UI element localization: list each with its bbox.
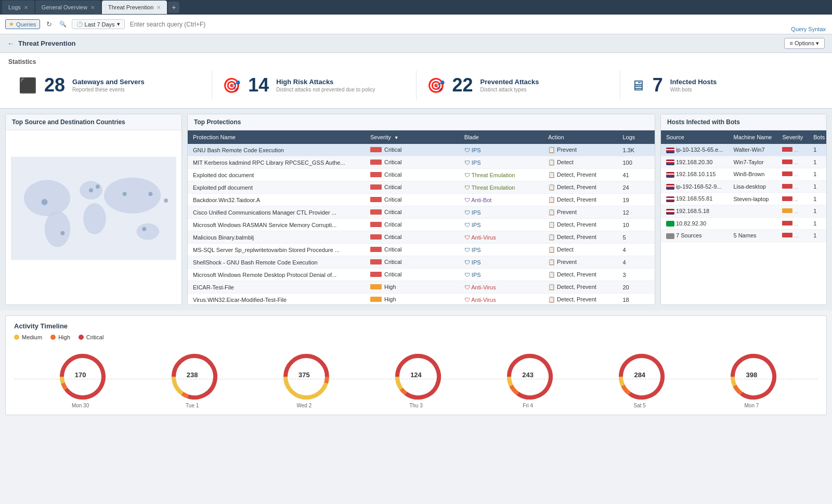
table-row[interactable]: Microsoft Windows Remote Desktop Protoco… (188, 269, 655, 281)
bots-col-bots[interactable]: Bots (808, 130, 826, 144)
sort-indicator (449, 231, 459, 244)
list-item[interactable]: 192.168.5.18 ... 1 (661, 205, 826, 217)
col-action[interactable]: Action (543, 130, 617, 144)
protection-name: Backdoor.Win32.Taidoor.A (188, 194, 365, 206)
severity-bar-rect (370, 222, 382, 227)
timeline-day-item[interactable]: 398 Mon 7 (731, 354, 772, 408)
table-row[interactable]: ShellShock - GNU Bash Remote Code Execut… (188, 256, 655, 269)
tab-logs-close[interactable]: ✕ (24, 5, 28, 10)
protection-severity: Critical (365, 244, 449, 256)
action-icon: 📋 (548, 209, 555, 215)
back-button[interactable]: ← (7, 39, 14, 47)
donut-value: 375 (298, 371, 310, 379)
donut-chart: 238 (172, 354, 213, 395)
svg-point-1 (24, 180, 70, 216)
protection-severity: Critical (365, 169, 449, 181)
col-severity[interactable]: Severity ▼ (365, 130, 449, 144)
bots-table: Source Machine Name Severity Bots ip-10-… (661, 130, 826, 242)
timeline-day-item[interactable]: 375 Wed 2 (283, 354, 325, 408)
timeline-day-item[interactable]: 284 Sat 5 (619, 354, 660, 408)
high-label: High (58, 334, 70, 340)
time-filter-label: Last 7 Days (85, 21, 115, 28)
list-item[interactable]: 192.168.20.30 Win7-Taylor ... 1 (661, 156, 826, 168)
blade-cell: 🛡 Anti-Bot (459, 194, 543, 206)
tab-threat-close[interactable]: ✕ (157, 5, 161, 10)
list-item[interactable]: ip-192-168-52-9... Lisa-desktop ... 1 (661, 180, 826, 193)
prevented-label: Prevented Attacks (480, 78, 539, 86)
table-row[interactable]: Backdoor.Win32.Taidoor.A Critical 🛡 Anti… (188, 194, 655, 206)
bot-machine: Lisa-desktop (729, 180, 777, 193)
timeline-day-item[interactable]: 243 Fri 4 (507, 354, 549, 408)
new-tab-button[interactable]: + (168, 2, 179, 13)
donut-value: 243 (522, 371, 534, 379)
col-blade[interactable]: Blade (459, 130, 543, 144)
action-cell: 📋 Prevent (543, 206, 617, 219)
queries-button[interactable]: ★ Queries (5, 19, 40, 29)
table-row[interactable]: Microsoft Windows RASMAN Service Memory … (188, 219, 655, 231)
blade-icon: 🛡 IPS (464, 272, 481, 278)
action-cell: 📋 Detect, Prevent (543, 219, 617, 231)
bots-col-source[interactable]: Source (661, 130, 729, 144)
day-label: Wed 2 (296, 403, 311, 408)
logs-cell: 20 (617, 281, 655, 294)
severity-text: High (384, 296, 396, 302)
tab-logs[interactable]: Logs ✕ (2, 1, 34, 14)
timeline-day-item[interactable]: 238 Tue 1 (172, 354, 213, 408)
table-row[interactable]: MS-SQL Server Sp_replwritetovarbin Store… (188, 244, 655, 256)
bots-table-wrapper[interactable]: Source Machine Name Severity Bots ip-10-… (661, 130, 826, 242)
main-content: Top Source and Destination Countries (0, 109, 832, 310)
list-item[interactable]: 7 Sources 5 Names ... 1 (661, 230, 826, 242)
search-input[interactable] (130, 21, 822, 28)
gateways-label: Gateways and Servers (72, 78, 145, 86)
list-item[interactable]: 10.82.92.30 ... 1 (661, 217, 826, 230)
bot-source: ip-10-132-5-65.e... (661, 144, 729, 156)
table-row[interactable]: MIT Kerberos kadmind RPC Library RPCSEC_… (188, 156, 655, 169)
table-row[interactable]: Virus.WIN32.Eicar-Modified-Test-File Hig… (188, 294, 655, 305)
logs-cell: 12 (617, 206, 655, 219)
bots-col-machine[interactable]: Machine Name (729, 130, 777, 144)
list-item[interactable]: ip-10-132-5-65.e... Walter-Win7 ... 1 (661, 144, 826, 156)
protections-table-wrapper[interactable]: Protection Name Severity ▼ Blade Action … (188, 130, 655, 304)
chevron-down-icon: ▾ (117, 21, 120, 28)
bots-title: Hosts Infected with Bots (661, 114, 826, 130)
severity-text: Critical (384, 246, 402, 253)
table-row[interactable]: GNU Bash Remote Code Execution Critical … (188, 144, 655, 156)
table-row[interactable]: Malicious Binary.balmblj Critical 🛡 Anti… (188, 231, 655, 244)
target-icon-1: 🎯 (223, 77, 241, 94)
refresh-button[interactable]: ↻ (44, 19, 54, 29)
time-filter-button[interactable]: 🕐 Last 7 Days ▾ (72, 19, 125, 29)
logs-cell: 24 (617, 181, 655, 194)
action-icon: 📋 (548, 221, 555, 228)
blade-icon: 🛡 Anti-Bot (464, 197, 492, 203)
blade-icon: 🛡 IPS (464, 160, 481, 166)
sort-indicator (449, 181, 459, 194)
bot-count: 1 (808, 144, 826, 156)
table-row[interactable]: Exploited pdf document Critical 🛡 Threat… (188, 181, 655, 194)
table-row[interactable]: Exploited doc document Critical 🛡 Threat… (188, 169, 655, 181)
table-row[interactable]: Cisco Unified Communications Manager CTL… (188, 206, 655, 219)
tab-general-label: General Overview (42, 4, 87, 10)
flag-us (666, 184, 674, 190)
query-syntax-link[interactable]: Query Syntax (791, 26, 826, 32)
severity-bar-rect (370, 284, 382, 289)
col-logs[interactable]: Logs (617, 130, 655, 144)
bot-source: 192.168.5.18 (661, 205, 729, 217)
bots-col-severity[interactable]: Severity (777, 130, 808, 144)
list-item[interactable]: 192.168.55.81 Steven-laptop ... 1 (661, 193, 826, 205)
blade-cell: 🛡 IPS (459, 156, 543, 169)
table-row[interactable]: EICAR-Test-File High 🛡 Anti-Virus 📋 Dete… (188, 281, 655, 294)
tab-general[interactable]: General Overview ✕ (35, 1, 101, 14)
bot-severity: ... (777, 156, 808, 168)
options-button[interactable]: ≡ Options ▾ (784, 38, 825, 49)
timeline-day-item[interactable]: 124 Thu 3 (395, 354, 437, 408)
blade-cell: 🛡 Threat Emulation (459, 181, 543, 194)
col-protection-name[interactable]: Protection Name (188, 130, 365, 144)
bot-severity: ... (777, 180, 808, 193)
tab-threat[interactable]: Threat Prevention ✕ (102, 1, 167, 14)
list-item[interactable]: 192.168.10.115 Win8-Brown ... 1 (661, 168, 826, 181)
tab-general-close[interactable]: ✕ (90, 5, 95, 10)
legend-high: High (50, 334, 70, 340)
severity-indicator (782, 160, 792, 164)
map-container (6, 130, 181, 302)
timeline-day-item[interactable]: 170 Mon 30 (60, 354, 101, 408)
